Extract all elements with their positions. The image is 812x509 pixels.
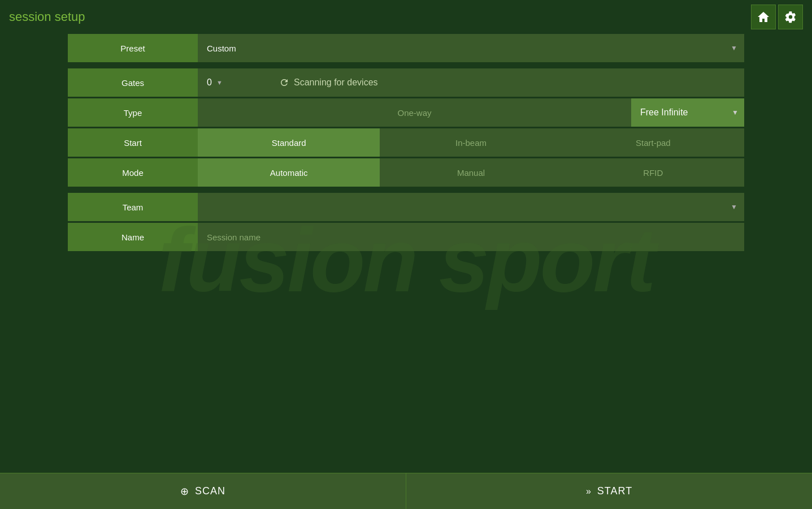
start-inbeam-option[interactable]: In-beam <box>380 128 562 157</box>
settings-button[interactable] <box>778 5 803 29</box>
header: session setup <box>0 0 812 34</box>
mode-label: Mode <box>68 158 198 187</box>
type-row: Type One-way Free Infinite <box>68 98 744 127</box>
form-container: Preset Custom Standard Advanced Gates 0 … <box>68 34 744 251</box>
gates-value-wrapper[interactable]: 0 ▼ <box>198 68 266 97</box>
scan-icon: ⊕ <box>180 485 189 498</box>
preset-select-wrapper[interactable]: Custom Standard Advanced <box>198 34 744 62</box>
gates-dropdown-arrow: ▼ <box>216 79 223 86</box>
svg-marker-0 <box>758 12 769 22</box>
home-button[interactable] <box>751 5 776 29</box>
mode-rfid-option[interactable]: RFID <box>562 158 744 187</box>
start-button[interactable]: » START <box>406 473 812 509</box>
preset-select[interactable]: Custom Standard Advanced <box>207 44 735 53</box>
session-name-input[interactable] <box>207 232 735 242</box>
mode-row: Mode Automatic Manual RFID <box>68 158 744 187</box>
gates-label: Gates <box>68 68 198 97</box>
gates-scanning: Scanning for devices <box>266 68 744 97</box>
team-label: Team <box>68 193 198 221</box>
team-row: Team <box>68 193 744 221</box>
preset-row: Preset Custom Standard Advanced <box>68 34 744 62</box>
name-input-wrapper[interactable] <box>198 223 744 251</box>
start-arrow-icon: » <box>586 486 592 497</box>
mode-manual-option[interactable]: Manual <box>380 158 562 187</box>
title-setup: setup <box>51 10 85 24</box>
start-standard-option[interactable]: Standard <box>198 128 380 157</box>
header-icons <box>751 5 803 29</box>
home-icon <box>757 11 770 23</box>
start-label: START <box>597 485 632 497</box>
start-label: Start <box>68 128 198 157</box>
gates-row: Gates 0 ▼ Scanning for devices <box>68 68 744 97</box>
type-oneway-option[interactable]: One-way <box>198 98 631 127</box>
page-title: session setup <box>9 10 85 24</box>
preset-label: Preset <box>68 34 198 62</box>
type-free-infinite-wrapper[interactable]: Free Infinite <box>631 98 744 127</box>
scanning-text: Scanning for devices <box>294 77 378 88</box>
watermark: fusion sport <box>0 215 812 464</box>
bottom-bar: ⊕ SCAN » START <box>0 473 812 509</box>
title-session: session <box>9 10 51 24</box>
team-select[interactable] <box>207 202 735 212</box>
scan-label: SCAN <box>195 485 225 497</box>
start-row: Start Standard In-beam Start-pad <box>68 128 744 157</box>
start-startpad-option[interactable]: Start-pad <box>562 128 744 157</box>
type-label: Type <box>68 98 198 127</box>
name-label: Name <box>68 223 198 251</box>
mode-automatic-option[interactable]: Automatic <box>198 158 380 187</box>
scan-button[interactable]: ⊕ SCAN <box>0 473 406 509</box>
gear-icon <box>784 11 797 23</box>
gates-value: 0 <box>207 77 212 88</box>
refresh-icon <box>279 77 289 88</box>
team-select-wrapper[interactable] <box>198 193 744 221</box>
name-row: Name <box>68 223 744 251</box>
type-free-infinite-label: Free Infinite <box>640 107 688 118</box>
